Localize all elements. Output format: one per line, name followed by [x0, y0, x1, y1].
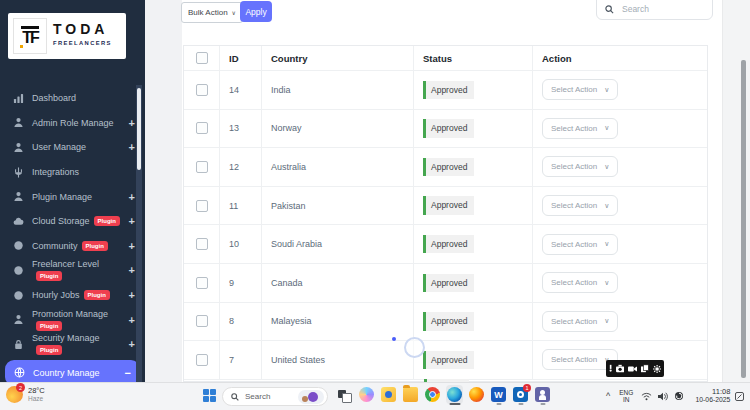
settings-gear-icon[interactable] — [653, 364, 661, 374]
sidebar-menu: DashboardAdmin Role Manage+User Manage+I… — [0, 86, 145, 386]
firefox-taskbar-button[interactable] — [468, 385, 485, 404]
expand-toggle-icon[interactable]: + — [129, 191, 135, 203]
notification-pen-icon[interactable] — [735, 392, 744, 401]
sidebar-scrollbar-thumb[interactable] — [137, 88, 141, 170]
sidebar-item-label: Community — [32, 241, 78, 251]
expand-toggle-icon[interactable]: + — [129, 289, 135, 301]
user-icon — [13, 191, 24, 202]
camera-icon[interactable] — [616, 364, 624, 373]
row-checkbox[interactable] — [196, 84, 208, 96]
edge-taskbar-button[interactable] — [446, 385, 463, 404]
select-action-dropdown[interactable]: Select Action ∨ — [542, 234, 618, 255]
expand-toggle-icon[interactable]: + — [129, 240, 135, 252]
app-logo[interactable]: TF TODA FREELANCERS — [8, 13, 126, 59]
tray-chevron-up-icon[interactable]: ^ — [606, 391, 610, 401]
status-badge: Approved — [423, 81, 474, 100]
sidebar-item-hourly-jobs[interactable]: Hourly JobsPlugin+ — [0, 283, 145, 308]
teams-taskbar-button[interactable] — [534, 385, 551, 404]
expand-toggle-icon[interactable]: + — [129, 264, 135, 276]
select-action-dropdown[interactable]: Select Action ∨ — [542, 195, 618, 216]
user-icon — [13, 314, 24, 325]
sidebar-item-cloud-storage[interactable]: Cloud StoragePlugin+ — [0, 209, 145, 234]
status-badge: Approved — [423, 196, 474, 215]
speaker-icon[interactable] — [658, 392, 668, 401]
language-indicator[interactable]: ENG IN — [619, 389, 633, 403]
expand-toggle-icon[interactable]: + — [129, 338, 135, 350]
row-checkbox[interactable] — [196, 238, 208, 250]
language-line1: ENG — [619, 389, 633, 396]
chrome-taskbar-button[interactable] — [424, 385, 441, 404]
taskbar-apps: W1 — [336, 385, 551, 404]
sidebar-item-integrations[interactable]: Integrations — [0, 160, 145, 185]
cursor-dot — [392, 337, 396, 341]
cell-country: Norway — [262, 110, 414, 149]
select-action-dropdown[interactable]: Select Action ∨ — [542, 311, 618, 332]
task-view-taskbar-button[interactable] — [336, 385, 353, 404]
sidebar-item-user-manage[interactable]: User Manage+ — [0, 135, 145, 160]
select-action-dropdown[interactable]: Select Action ∨ — [542, 156, 618, 177]
expand-toggle-icon[interactable]: + — [129, 141, 135, 153]
wifi-icon[interactable] — [641, 392, 652, 401]
sidebar-item-dashboard[interactable]: Dashboard — [0, 86, 145, 111]
bulk-action-dropdown[interactable]: Bulk Action ∨ — [181, 2, 243, 23]
status-badge: Approved — [423, 351, 474, 370]
sidebar-item-freelancer-level[interactable]: Freelancer LevelPlugin+ — [0, 258, 145, 283]
file-explorer-taskbar-button[interactable] — [402, 385, 419, 404]
search-highlight-image — [298, 390, 324, 404]
start-button[interactable] — [203, 389, 216, 402]
plugin-badge: Plugin — [36, 345, 62, 355]
countries-table: ID Country Status Action 14IndiaApproved… — [183, 45, 708, 382]
pin-icon[interactable] — [609, 364, 612, 373]
row-checkbox[interactable] — [196, 161, 208, 173]
word-taskbar-button[interactable]: W — [490, 385, 507, 404]
chevron-down-icon: ∨ — [232, 9, 236, 16]
table-row: 14IndiaApprovedSelect Action ∨ — [184, 71, 707, 110]
apply-button[interactable]: Apply — [240, 1, 272, 22]
row-checkbox[interactable] — [196, 277, 208, 289]
status-badge: Approved — [423, 119, 474, 138]
row-checkbox[interactable] — [196, 122, 208, 134]
outlook-taskbar-button[interactable]: 1 — [512, 385, 529, 404]
photos-app-taskbar-button[interactable] — [380, 385, 397, 404]
battery-sync-icon[interactable] — [674, 391, 684, 401]
select-action-dropdown[interactable]: Select Action ∨ — [542, 118, 618, 139]
cell-country: Pakistan — [262, 187, 414, 226]
expand-toggle-icon[interactable]: − — [125, 367, 131, 379]
header-status: Status — [414, 46, 533, 71]
running-indicator — [540, 403, 545, 405]
copilot-taskbar-button[interactable] — [358, 385, 375, 404]
expand-toggle-icon[interactable]: + — [129, 314, 135, 326]
page-scrollbar-thumb[interactable] — [741, 60, 746, 378]
tray-clock[interactable]: 11:08 10-06-2025 — [690, 388, 730, 404]
bulk-action-label: Bulk Action — [188, 8, 228, 17]
expand-toggle-icon[interactable]: + — [129, 117, 135, 129]
select-action-dropdown[interactable]: Select Action ∨ — [542, 272, 618, 293]
copy-icon[interactable] — [641, 364, 648, 373]
cloud-icon — [13, 216, 24, 227]
plugin-badge: Plugin — [36, 321, 62, 331]
task-view-icon — [337, 387, 352, 402]
sidebar-item-security-manage[interactable]: Security ManagePlugin+ — [0, 332, 145, 357]
sidebar-item-label: Hourly Jobs — [32, 290, 80, 300]
circle-icon — [13, 240, 24, 251]
search-input[interactable]: Search — [596, 0, 713, 20]
sidebar-item-community[interactable]: CommunityPlugin+ — [0, 234, 145, 259]
chevron-down-icon: ∨ — [604, 124, 609, 132]
circle-icon — [13, 265, 24, 276]
select-action-dropdown[interactable]: Select Action ∨ — [542, 79, 618, 100]
row-checkbox[interactable] — [196, 315, 208, 327]
weather-condition[interactable]: Haze — [28, 395, 43, 402]
taskbar-search[interactable]: Search — [222, 387, 328, 406]
teams-icon — [535, 387, 550, 402]
weather-temperature[interactable]: 28°C — [28, 386, 45, 395]
video-camera-icon[interactable] — [628, 365, 637, 373]
sidebar-item-admin-role-manage[interactable]: Admin Role Manage+ — [0, 111, 145, 136]
sidebar-item-plugin-manage[interactable]: Plugin Manage+ — [0, 184, 145, 209]
copilot-icon — [359, 387, 374, 402]
cell-country: India — [262, 71, 414, 110]
expand-toggle-icon[interactable]: + — [129, 215, 135, 227]
row-checkbox[interactable] — [196, 200, 208, 212]
select-all-checkbox[interactable] — [196, 52, 208, 64]
sidebar-item-promotion-manage[interactable]: Promotion ManagePlugin+ — [0, 307, 145, 332]
row-checkbox[interactable] — [196, 354, 208, 366]
